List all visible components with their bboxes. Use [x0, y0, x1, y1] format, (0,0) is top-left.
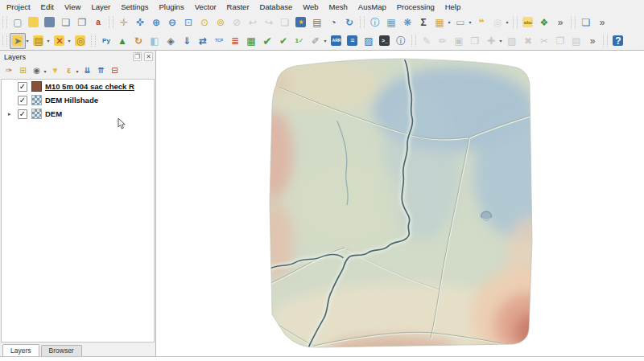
new-bookmark-button[interactable]: ★ — [293, 14, 309, 31]
toolbar-overflow-2-button[interactable]: » — [594, 14, 610, 31]
pan-map-button[interactable]: ✛ — [116, 14, 132, 31]
collapse-all-button[interactable]: ⇈ — [94, 64, 108, 78]
layer-visibility-checkbox[interactable]: ✓ — [18, 82, 27, 92]
copy-features-button: ❐ — [552, 33, 568, 49]
select-by-value-button[interactable]: ▤ — [31, 33, 47, 49]
attachment-button[interactable]: ✐ — [308, 33, 324, 49]
reload-data-button[interactable]: ⇄ — [195, 33, 211, 49]
map-canvas[interactable] — [156, 51, 644, 356]
new-map-view-icon: ❏ — [281, 18, 290, 27]
open-project-button[interactable] — [26, 14, 42, 31]
menu-layer[interactable]: Layer — [86, 2, 116, 12]
menu-ausmap[interactable]: AusMap — [353, 2, 392, 12]
labeling-options-button[interactable]: ❖ — [536, 14, 552, 31]
zoom-native-button: ⊘ — [229, 14, 245, 31]
measure-line-button[interactable]: ▭ — [452, 14, 469, 31]
check-topology-button[interactable]: ✔ — [259, 33, 275, 49]
zoom-to-selection-button[interactable]: ⊙ — [196, 14, 213, 31]
help-button[interactable]: ? — [610, 33, 626, 49]
show-bookmarks-button[interactable]: ▤ — [309, 14, 325, 31]
blue-grid-button[interactable]: ▨ — [361, 33, 377, 49]
raster-image-button[interactable]: ▦ — [243, 33, 259, 49]
python-terminal-button[interactable]: >_ — [377, 33, 393, 49]
map-tips-button[interactable]: ❝ — [473, 14, 489, 31]
filter-expression-button[interactable]: ε — [62, 64, 76, 78]
tcp-tools-button[interactable]: TCP — [211, 33, 227, 49]
menu-help[interactable]: Help — [440, 2, 467, 12]
menu-web[interactable]: Web — [298, 2, 324, 12]
menu-vector[interactable]: Vector — [190, 2, 222, 12]
layer-visibility-checkbox[interactable]: ✓ — [18, 96, 27, 105]
toolbar-overflow-3-button[interactable]: » — [584, 33, 601, 49]
menu-mesh[interactable]: Mesh — [324, 2, 353, 12]
arr-plugin-button[interactable]: ARR — [328, 33, 345, 49]
menu-edit[interactable]: Edit — [36, 2, 60, 12]
info-cursor-button[interactable]: ⓘ — [393, 33, 409, 49]
layout-rows-button[interactable]: ≣ — [227, 33, 243, 49]
grass-tools-button[interactable]: ▲ — [114, 33, 130, 49]
save-project-button[interactable] — [42, 14, 58, 31]
layer-item-m10-5m-004-sac-check-r[interactable]: ✓M10 5m 004 sac check R — [2, 80, 154, 93]
field-calculator-button[interactable]: ▦ — [431, 14, 448, 31]
undock-panel-button[interactable]: ❐ — [133, 52, 142, 61]
digitizing-shield-button[interactable]: ◈ — [163, 33, 179, 49]
digitize-segment-button: ❒ — [467, 33, 483, 49]
blue-report-button[interactable]: ≡ — [345, 33, 361, 49]
check-single-button[interactable]: 1✓ — [291, 33, 308, 49]
select-features-button[interactable]: ➤ — [10, 33, 26, 49]
menu-plugins[interactable]: Plugins — [154, 2, 189, 12]
layer-visibility-checkbox[interactable]: ✓ — [18, 109, 27, 119]
download-data-button[interactable]: ⇓ — [179, 33, 195, 49]
style-manager-button[interactable]: a — [90, 14, 106, 31]
select-by-value-icon: ▤ — [34, 36, 43, 46]
layer-tree: ✓M10 5m 004 sac check R✓DEM Hillshade▸✓D… — [1, 79, 155, 343]
layout-manager-button[interactable]: ❐ — [74, 14, 90, 31]
current-edits-icon: ✎ — [423, 36, 431, 46]
zoom-full-button[interactable]: ⊡ — [180, 14, 196, 31]
manage-map-themes-button[interactable]: ◉ — [30, 64, 43, 78]
temporal-controller-button[interactable]: ◔ — [325, 14, 341, 31]
toolbar-overflow-1-button[interactable]: » — [552, 14, 568, 31]
layer-expander-icon[interactable]: ▸ — [6, 111, 18, 117]
filter-legend-icon: ▼ — [52, 67, 60, 75]
menu-settings[interactable]: Settings — [116, 2, 154, 12]
tab-layers[interactable]: Layers — [2, 344, 39, 356]
processing-history-button[interactable]: ↻ — [130, 33, 147, 49]
pan-to-selection-button[interactable]: ✜ — [132, 14, 148, 31]
toolbar-row-1: ▢❏❐a✛✜⊕⊖⊡⊙⊚⊘↩↪❏★▤◔↻ⓘ▦❋Σ▦▾▭▾❝◎▾abc❖»❏» — [0, 13, 644, 31]
menu-processing[interactable]: Processing — [392, 2, 440, 12]
menu-view[interactable]: View — [60, 2, 86, 12]
layer-stack-button[interactable]: ❏ — [578, 14, 594, 31]
processing-toolbox-button[interactable]: ❋ — [399, 14, 415, 31]
identify-features-button[interactable]: ⓘ — [367, 14, 383, 31]
add-group-button[interactable]: ⊞ — [16, 64, 30, 78]
open-layer-styling-button[interactable]: ✑ — [2, 64, 16, 78]
toolbar-group: ❏» — [570, 14, 610, 31]
locator-search-icon: ◎ — [493, 18, 502, 27]
menu-raster[interactable]: Raster — [222, 2, 255, 12]
layer-item-dem-hillshade[interactable]: ✓DEM Hillshade — [2, 93, 154, 107]
zoom-out-button[interactable]: ⊖ — [164, 14, 180, 31]
select-by-location-button[interactable]: ◎ — [72, 33, 89, 49]
filter-legend-button[interactable]: ▼ — [48, 64, 62, 78]
zoom-in-button[interactable]: ⊕ — [148, 14, 164, 31]
attribute-table-button[interactable]: ▦ — [383, 14, 399, 31]
new-project-button[interactable]: ▢ — [10, 14, 26, 31]
layer-item-dem[interactable]: ▸✓DEM — [2, 107, 154, 121]
menu-project[interactable]: Project — [2, 2, 36, 12]
check-geometry-button[interactable]: ✔ — [275, 33, 291, 49]
refresh-map-button[interactable]: ↻ — [341, 14, 357, 31]
remove-layer-button[interactable]: ⊟ — [108, 64, 122, 78]
deselect-features-button[interactable]: ✕ — [52, 33, 68, 49]
label-abc-button[interactable]: abc — [520, 14, 536, 31]
close-panel-button[interactable]: ✕ — [144, 52, 153, 61]
toolbar-overflow-2-icon: » — [600, 18, 605, 27]
statistics-sum-button[interactable]: Σ — [415, 14, 431, 31]
map-swipe-button[interactable]: ◧ — [147, 33, 163, 49]
tab-browser[interactable]: Browser — [41, 345, 82, 356]
new-print-layout-button[interactable]: ❏ — [58, 14, 74, 31]
zoom-to-layer-button[interactable]: ⊚ — [213, 14, 229, 31]
expand-all-button[interactable]: ⇊ — [80, 64, 94, 78]
menu-database[interactable]: Database — [255, 2, 299, 12]
python-console-button[interactable]: Py — [98, 33, 114, 49]
